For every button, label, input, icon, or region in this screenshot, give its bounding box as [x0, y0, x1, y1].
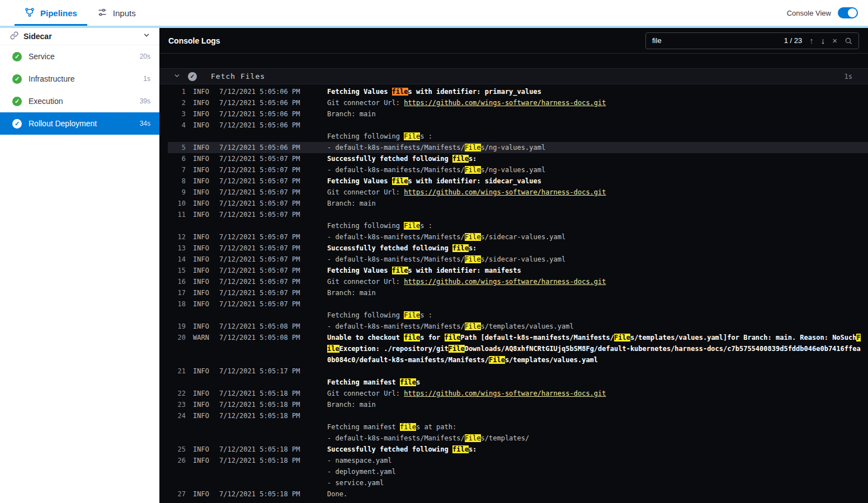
log-line: 1INFO7/12/2021 5:05:06 PMFetching Values… — [168, 86, 868, 97]
log-message: Successfully fetched following files: — [327, 243, 477, 254]
stage-step-name: Execution — [29, 97, 63, 106]
log-timestamp — [219, 220, 327, 231]
log-level: INFO — [193, 488, 219, 500]
log-timestamp — [219, 477, 327, 488]
search-input[interactable] — [652, 36, 777, 45]
log-timestamp: 7/12/2021 5:05:18 PM — [219, 410, 327, 421]
log-link[interactable]: https://github.com/wings-software/harnes… — [404, 99, 606, 107]
log-text: Fetching following — [327, 311, 404, 319]
log-line-number — [168, 220, 186, 231]
tab-pipelines[interactable]: Pipelines — [15, 0, 87, 26]
log-level: INFO — [193, 287, 219, 298]
log-section-header[interactable]: ✓ Fetch Files 1s — [159, 68, 868, 84]
log-message: Successfully fetched following files: — [327, 153, 477, 164]
log-line: 6INFO7/12/2021 5:05:07 PMSuccessfully fe… — [168, 153, 868, 164]
log-link[interactable]: https://github.com/wings-software/harnes… — [404, 188, 606, 196]
stage-step-name: Rollout Deployment — [29, 119, 97, 128]
log-timestamp — [219, 131, 327, 142]
log-line-number — [168, 421, 186, 433]
collapse-chevron-icon[interactable] — [173, 72, 181, 82]
log-line-number: 13 — [168, 243, 186, 254]
sidebar-item-infrastructure[interactable]: ✓Infrastructure1s — [0, 68, 159, 90]
log-line-number: 3 — [168, 108, 186, 120]
log-text: Git connector Url: — [327, 390, 404, 397]
log-line: Fetching manifest files — [168, 377, 868, 388]
status-success-icon: ✓ — [12, 52, 22, 61]
next-match-button[interactable]: ↓ — [821, 36, 825, 45]
log-link[interactable]: https://github.com/wings-software/harnes… — [404, 390, 606, 397]
sidebar-item-rollout-deployment[interactable]: ✓Rollout Deployment34s — [0, 112, 159, 135]
log-line: 21INFO7/12/2021 5:05:17 PM — [168, 366, 868, 377]
console-view-toggle[interactable] — [838, 7, 858, 18]
log-level: INFO — [193, 231, 219, 243]
search-match: File — [449, 345, 465, 353]
log-text: s/templates/ — [481, 434, 530, 442]
previous-match-button[interactable]: ↑ — [809, 36, 814, 45]
log-message: Fetching following Files : — [327, 220, 432, 231]
log-text: s/sidecar-values.yaml — [481, 255, 566, 263]
log-timestamp — [219, 421, 327, 433]
log-line-number: 21 — [168, 366, 186, 377]
log-text: Exception: ./repository/git — [339, 345, 449, 353]
stage-step-duration: 34s — [140, 120, 150, 127]
log-timestamp: 7/12/2021 5:05:07 PM — [219, 298, 327, 310]
log-level — [193, 354, 219, 366]
status-success-icon: ✓ — [12, 97, 22, 106]
stage-step-duration: 20s — [140, 53, 150, 60]
log-message: Fetching manifest files — [327, 377, 420, 388]
log-line: - service.yaml — [168, 477, 868, 488]
log-text: Path [default-k8s-manifests/Manifests/ — [460, 334, 614, 341]
inputs-icon — [97, 7, 107, 19]
console-logs-panel: Console Logs 1 / 23 ↑ ↓ × — [159, 28, 868, 503]
log-timestamp: 7/12/2021 5:05:17 PM — [219, 366, 327, 377]
log-message: - default-k8s-manifests/Manifests/Files/… — [327, 254, 565, 265]
log-timestamp: 7/12/2021 5:05:08 PM — [219, 321, 327, 332]
stage-group-header[interactable]: Sidecar — [0, 28, 159, 45]
tab-inputs[interactable]: Inputs — [87, 0, 146, 26]
sidebar-item-execution[interactable]: ✓Execution39s — [0, 90, 159, 112]
log-line: 22INFO7/12/2021 5:05:18 PMGit connector … — [168, 388, 868, 399]
log-level: INFO — [193, 276, 219, 287]
log-search-box: 1 / 23 ↑ ↓ × — [645, 32, 859, 49]
log-line: 25INFO7/12/2021 5:05:18 PMSuccessfully f… — [168, 444, 868, 455]
search-match: ile — [327, 345, 339, 353]
stage-step-name: Infrastructure — [29, 74, 74, 83]
log-line-number — [168, 354, 186, 366]
log-line: 19INFO7/12/2021 5:05:08 PM- default-k8s-… — [168, 321, 868, 332]
log-text: Downloads/AQ8xhfNCRtGIUjq5bSM8Fg/default… — [465, 345, 861, 353]
clear-search-button[interactable]: × — [832, 36, 837, 45]
log-line: 24INFO7/12/2021 5:05:18 PM — [168, 410, 868, 421]
log-line: 16INFO7/12/2021 5:05:07 PMGit connector … — [168, 276, 868, 287]
log-line-number: 16 — [168, 276, 186, 287]
search-match: File — [465, 255, 481, 263]
log-line: 26INFO7/12/2021 5:05:18 PM- namespace.ya… — [168, 455, 868, 466]
log-message: Git connector Url: https://github.com/wi… — [327, 97, 606, 108]
log-message: - default-k8s-manifests/Manifests/Files/… — [327, 433, 529, 444]
log-message: - default-k8s-manifests/Manifests/Files/… — [327, 142, 545, 153]
log-text: Git connector Url: — [327, 99, 404, 107]
chevron-down-icon[interactable] — [143, 31, 150, 41]
stage-step-list: ✓Service20s✓Infrastructure1s✓Execution39… — [0, 45, 159, 135]
sidebar-item-service[interactable]: ✓Service20s — [0, 45, 159, 68]
log-level: INFO — [193, 198, 219, 209]
log-level: INFO — [193, 243, 219, 254]
log-text: Fetching Values — [327, 88, 392, 96]
search-match: File — [465, 233, 481, 241]
log-level: INFO — [193, 86, 219, 97]
log-line-number: 25 — [168, 444, 186, 455]
log-timestamp: 7/12/2021 5:05:07 PM — [219, 164, 327, 175]
log-line: ileException: ./repository/gitFileDownlo… — [168, 343, 868, 354]
log-timestamp: 7/12/2021 5:05:18 PM — [219, 444, 327, 455]
log-level: INFO — [193, 164, 219, 175]
log-timestamp: 7/12/2021 5:05:06 PM — [219, 86, 327, 97]
console-view-control: Console View — [787, 0, 868, 26]
log-link[interactable]: https://github.com/wings-software/harnes… — [404, 278, 606, 286]
search-icon — [845, 37, 852, 45]
log-text: Branch: main — [327, 200, 376, 207]
status-success-icon: ✓ — [12, 74, 22, 84]
log-line-number — [168, 377, 186, 388]
log-text: s with identifier: manifests — [408, 267, 521, 274]
toggle-knob — [848, 8, 857, 17]
log-message: Fetching manifest files at path: — [327, 421, 456, 433]
log-text: Fetching following — [327, 132, 404, 140]
